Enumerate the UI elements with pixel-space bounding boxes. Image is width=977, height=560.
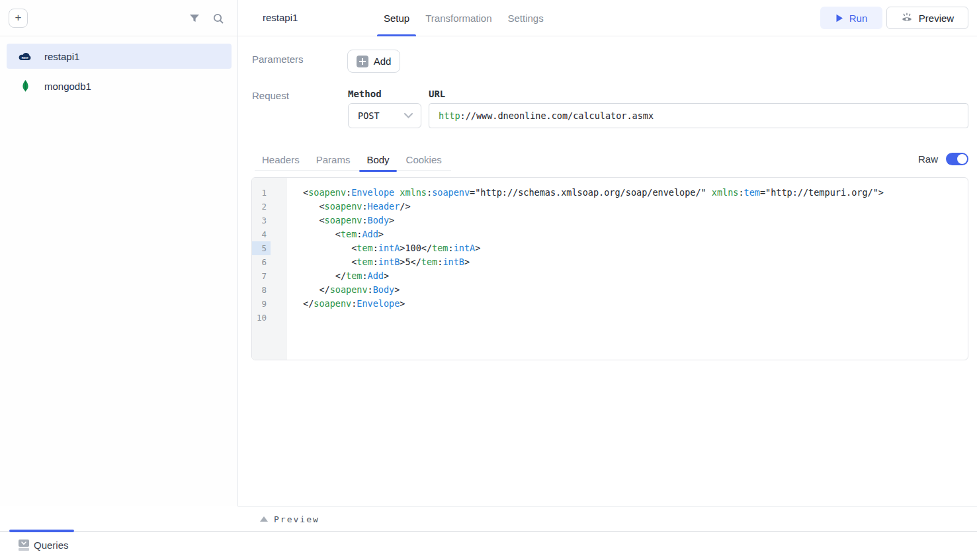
tab-setup[interactable]: Setup xyxy=(377,0,416,36)
add-entity-button[interactable]: + xyxy=(9,9,28,28)
line-number: 10 xyxy=(252,311,271,325)
line-number: 3 xyxy=(252,214,271,227)
code-line[interactable]: <soapenv:Body> xyxy=(303,214,968,227)
line-number: 1 xyxy=(252,186,271,200)
sidebar-item-mongodb1[interactable]: mongodb1 xyxy=(7,73,232,99)
sidebar-item-label: mongodb1 xyxy=(44,81,91,92)
rest-api-cloud-icon: REST xyxy=(18,50,32,62)
request-label: Request xyxy=(252,90,289,101)
chevron-down-icon xyxy=(404,113,413,118)
run-button[interactable]: Run xyxy=(820,7,882,29)
raw-toggle[interactable] xyxy=(946,153,968,165)
line-number: 7 xyxy=(252,269,271,283)
code-line[interactable]: </soapenv:Envelope> xyxy=(303,297,968,311)
code-line[interactable]: <soapenv:Envelope xmlns:soapenv="http://… xyxy=(303,186,968,200)
tab-headers[interactable]: Headers xyxy=(255,148,307,171)
editor-gutter: 12345678910 xyxy=(252,178,287,360)
preview-button[interactable]: Preview xyxy=(886,7,968,29)
sidebar-header: + xyxy=(0,0,237,36)
code-line[interactable]: <soapenv:Header/> xyxy=(303,200,968,214)
url-label: URL xyxy=(429,89,445,99)
code-line[interactable]: <tem:Add> xyxy=(303,227,968,241)
sidebar-item-label: restapi1 xyxy=(44,51,79,62)
toggle-knob xyxy=(957,154,967,164)
main-header: restapi1 Setup Transformation Settings R… xyxy=(238,0,977,36)
tab-settings[interactable]: Settings xyxy=(501,0,550,36)
method-value: POST xyxy=(358,110,404,121)
body-tab-strip: Headers Params Body Cookies xyxy=(255,148,451,171)
body-code-editor[interactable]: 12345678910 <soapenv:Envelope xmlns:soap… xyxy=(251,177,968,360)
tab-params[interactable]: Params xyxy=(309,148,358,171)
mongodb-leaf-icon xyxy=(18,80,32,92)
active-bottom-tab-indicator xyxy=(9,530,74,532)
parameters-label: Parameters xyxy=(252,54,304,65)
code-line[interactable]: </soapenv:Body> xyxy=(303,283,968,297)
preview-bar-label: Preview xyxy=(274,514,319,524)
editor-code[interactable]: <soapenv:Envelope xmlns:soapenv="http://… xyxy=(287,178,968,360)
line-number: 6 xyxy=(252,255,271,269)
filter-icon[interactable] xyxy=(189,13,200,24)
line-number: 4 xyxy=(252,227,271,241)
collapse-arrow-icon xyxy=(260,516,268,522)
top-tab-strip: Setup Transformation Settings xyxy=(377,0,553,36)
raw-label: Raw xyxy=(918,153,938,165)
line-number: 8 xyxy=(252,283,271,297)
bottom-bar: Queries xyxy=(0,531,977,560)
tab-transformation[interactable]: Transformation xyxy=(419,0,498,36)
method-label: Method xyxy=(348,89,382,99)
page-title: restapi1 xyxy=(263,12,298,23)
run-button-label: Run xyxy=(849,13,868,24)
url-value: ://www.dneonline.com/calculator.asmx xyxy=(460,110,654,121)
line-number: 2 xyxy=(252,200,271,214)
tab-cookies[interactable]: Cookies xyxy=(399,148,449,171)
queries-icon xyxy=(19,540,29,551)
code-line[interactable]: </tem:Add> xyxy=(303,269,968,283)
raw-toggle-group: Raw xyxy=(918,153,968,165)
url-input[interactable]: http://www.dneonline.com/calculator.asmx xyxy=(429,103,968,128)
sidebar: + REST restapi1 mongodb1 xyxy=(0,0,238,506)
eye-icon xyxy=(901,13,913,23)
code-line[interactable]: <tem:intA>100</tem:intA> xyxy=(303,241,968,255)
play-icon xyxy=(835,14,843,22)
url-scheme: http xyxy=(439,110,460,121)
svg-text:REST: REST xyxy=(22,56,29,59)
code-line[interactable]: <tem:intB>5</tem:intB> xyxy=(303,255,968,269)
add-parameter-button[interactable]: Add xyxy=(347,50,400,73)
main-panel: restapi1 Setup Transformation Settings R… xyxy=(238,0,977,560)
sidebar-item-restapi1[interactable]: REST restapi1 xyxy=(7,44,232,69)
line-number: 5 xyxy=(252,241,271,255)
plus-icon xyxy=(357,56,368,67)
method-select[interactable]: POST xyxy=(348,103,421,128)
add-button-label: Add xyxy=(374,56,392,67)
bottom-tab-queries[interactable]: Queries xyxy=(19,540,69,551)
search-icon[interactable] xyxy=(212,13,224,24)
code-line[interactable] xyxy=(303,311,968,325)
tab-body[interactable]: Body xyxy=(359,148,396,171)
line-number: 9 xyxy=(252,297,271,311)
queries-tab-label: Queries xyxy=(34,540,69,551)
preview-button-label: Preview xyxy=(919,13,954,24)
preview-collapse-bar[interactable]: Preview xyxy=(238,506,977,531)
